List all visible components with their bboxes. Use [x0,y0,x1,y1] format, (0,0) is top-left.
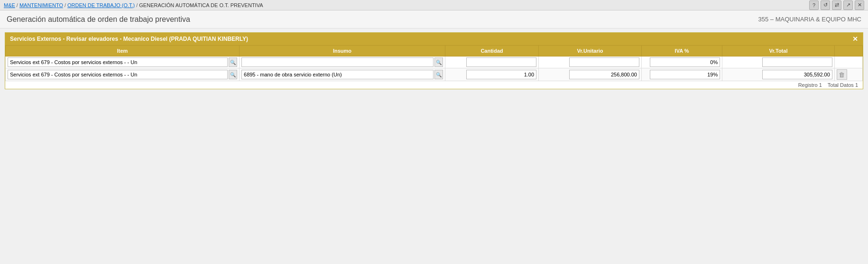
help-icon-btn[interactable]: ? [809,0,819,10]
col-header-iva: IVA % [641,46,722,57]
top-bar: M&E / MANTENIMIENTO / ORDEN DE TRABAJO (… [0,0,868,10]
vrtotal-input-0[interactable] [762,57,832,67]
cell-insumo-1: 🔍 [240,68,445,81]
vrtotal-input-1[interactable] [762,70,832,79]
cell-actions-0 [834,57,862,68]
delete-row-btn-1[interactable]: 🗑 [837,69,847,80]
cell-actions-1: 🗑 [834,68,862,81]
table-header-row: Item Insumo Cantidad Vr.Unitario IVA % V… [6,46,863,57]
insumo-search-btn-1[interactable]: 🔍 [434,70,443,79]
iva-input-1[interactable] [650,70,720,79]
cell-vrunitario-0 [539,57,642,68]
table-footer: Registro 1 Total Datos 1 [5,81,863,89]
cell-iva-1 [641,68,722,81]
sep2: / [65,2,66,8]
col-header-item: Item [6,46,240,57]
section-close-btn[interactable]: ✕ [852,36,858,42]
col-header-vrunitario: Vr.Unitario [539,46,642,57]
total-datos-label: Total Datos 1 [828,82,858,88]
breadcrumb-current: GENERACIÓN AUTOMÁTICA DE O.T. PREVENTIVA [139,2,263,8]
breadcrumb-mne[interactable]: M&E [4,2,15,8]
iva-input-0[interactable] [650,57,720,67]
breadcrumb-ot[interactable]: ORDEN DE TRABAJO (O.T.) [67,2,135,8]
close-window-btn[interactable]: ✕ [855,0,864,10]
sep3: / [136,2,138,8]
item-search-btn-0[interactable]: 🔍 [229,57,237,67]
vrunitario-input-1[interactable] [569,70,639,79]
refresh-icon-btn[interactable]: ↺ [821,0,830,10]
section-header: Servicios Externos - Revisar elevadores … [5,33,863,45]
col-header-insumo: Insumo [240,46,445,57]
cell-vrtotal-0 [722,57,835,68]
cell-item-0: 🔍 [6,57,240,68]
sep1: / [17,2,18,8]
table-row: 🔍🔍 [6,57,863,68]
external-icon-btn[interactable]: ↗ [843,0,853,10]
breadcrumb: M&E / MANTENIMIENTO / ORDEN DE TRABAJO (… [4,2,263,8]
cell-iva-0 [641,57,722,68]
item-input-1[interactable] [8,70,228,79]
cantidad-input-0[interactable] [466,57,536,67]
col-header-vrtotal: Vr.Total [722,46,835,57]
page-header: Generación automática de orden de trabaj… [0,10,868,28]
section-panel: Servicios Externos - Revisar elevadores … [5,32,863,89]
col-header-actions [834,46,862,57]
section-title: Servicios Externos - Revisar elevadores … [10,36,248,42]
registro-label: Registro 1 [798,82,822,88]
swap-icon-btn[interactable]: ⇄ [832,0,841,10]
item-input-0[interactable] [8,57,228,67]
vrunitario-input-0[interactable] [569,57,639,67]
top-icons: ? ↺ ⇄ ↗ ✕ [809,0,864,10]
company-label: 355 – MAQUINARIA & EQUIPO MHC [758,16,861,23]
cantidad-input-1[interactable] [466,70,536,79]
cell-vrunitario-1 [539,68,642,81]
cell-insumo-0: 🔍 [240,57,445,68]
data-table: Item Insumo Cantidad Vr.Unitario IVA % V… [5,45,863,81]
insumo-input-1[interactable] [241,70,434,79]
cell-item-1: 🔍 [6,68,240,81]
table-row: 🔍🔍🗑 [6,68,863,81]
item-search-btn-1[interactable]: 🔍 [229,70,237,79]
col-header-cantidad: Cantidad [445,46,538,57]
cell-cantidad-0 [445,57,538,68]
cell-vrtotal-1 [722,68,835,81]
insumo-input-0[interactable] [241,57,434,67]
cell-cantidad-1 [445,68,538,81]
page-title: Generación automática de orden de trabaj… [7,15,190,24]
insumo-search-btn-0[interactable]: 🔍 [434,57,443,67]
breadcrumb-mantenimiento[interactable]: MANTENIMIENTO [19,2,63,8]
